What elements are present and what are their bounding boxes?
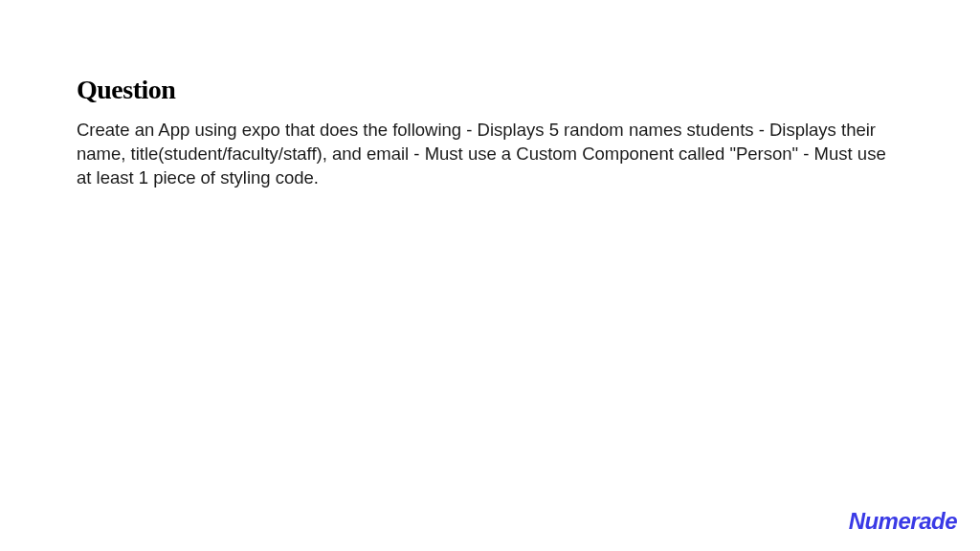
question-heading: Question bbox=[77, 75, 903, 105]
question-content: Question Create an App using expo that d… bbox=[0, 0, 980, 190]
numerade-logo: Numerade bbox=[849, 507, 957, 534]
logo-text: Numerade bbox=[849, 508, 957, 535]
question-body: Create an App using expo that does the f… bbox=[77, 119, 903, 190]
